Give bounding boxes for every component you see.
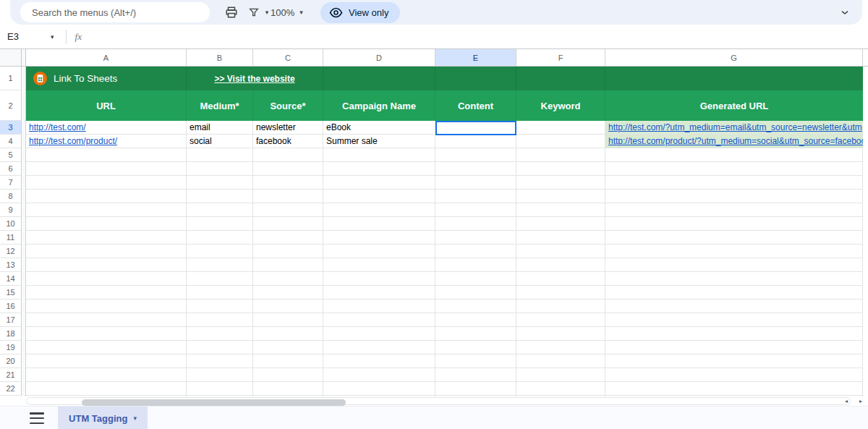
select-all-corner[interactable] bbox=[0, 49, 22, 67]
cell-f3-keyword[interactable] bbox=[516, 121, 605, 135]
fx-icon: fx bbox=[75, 31, 82, 43]
cell-d3-campaign[interactable]: eBook bbox=[323, 121, 435, 135]
header-source[interactable]: Source* bbox=[253, 90, 323, 121]
scrollbar-track[interactable] bbox=[26, 397, 851, 405]
hide-menus-chevron-icon[interactable] bbox=[835, 3, 855, 22]
table-row: http://test.com/product/ social facebook… bbox=[26, 135, 863, 148]
header-content[interactable]: Content bbox=[435, 90, 516, 121]
cell-g3-generated-url-link[interactable]: http://test.com/?utm_medium=email&utm_so… bbox=[605, 121, 863, 135]
row-header-12[interactable]: 12 bbox=[0, 245, 22, 258]
row-header-17[interactable]: 17 bbox=[0, 313, 22, 327]
row-header-9[interactable]: 9 bbox=[0, 203, 22, 217]
banner-title-cell[interactable]: Link To Sheets bbox=[26, 67, 187, 90]
header-campaign-name[interactable]: Campaign Name bbox=[323, 90, 435, 121]
row-header-8[interactable]: 8 bbox=[0, 190, 22, 203]
zoom-control[interactable]: 100% ▾ bbox=[271, 0, 303, 25]
cell-a4-url-link[interactable]: http://test.com/product/ bbox=[26, 135, 187, 148]
row-header-22[interactable]: 22 bbox=[0, 382, 22, 396]
column-header-d[interactable]: D bbox=[323, 49, 435, 67]
row-header-20[interactable]: 20 bbox=[0, 354, 22, 368]
header-medium[interactable]: Medium* bbox=[187, 90, 253, 121]
banner-empty-cells bbox=[323, 67, 863, 90]
search-input[interactable] bbox=[20, 2, 210, 22]
zoom-value: 100% bbox=[271, 7, 294, 18]
column-header-f[interactable]: F bbox=[516, 49, 605, 67]
name-box[interactable]: E3 bbox=[7, 31, 49, 42]
row-header-rail: 12345678910111213141516171819202122 bbox=[0, 67, 22, 396]
scroll-left-arrow-icon[interactable]: ◂ bbox=[842, 397, 851, 405]
grid-body: Link To Sheets >> Visit the website URL … bbox=[26, 67, 863, 396]
link-to-sheets-logo-icon bbox=[33, 72, 47, 85]
row-header-11[interactable]: 11 bbox=[0, 231, 22, 245]
header-generated-url[interactable]: Generated URL bbox=[605, 90, 863, 121]
row-header-5[interactable]: 5 bbox=[0, 148, 22, 162]
formula-bar: E3 ▾ fx bbox=[0, 25, 868, 49]
column-header-e[interactable]: E bbox=[435, 49, 516, 67]
table-header-row: URL Medium* Source* Campaign Name Conten… bbox=[26, 90, 863, 121]
zoom-caret-icon: ▾ bbox=[299, 9, 303, 16]
print-icon[interactable] bbox=[221, 0, 242, 25]
sheet-bar: UTM Tagging ▾ + bbox=[0, 406, 868, 429]
row-header-1[interactable]: 1 bbox=[0, 67, 22, 90]
sheet-tab-label: UTM Tagging bbox=[69, 413, 127, 424]
banner-row: Link To Sheets >> Visit the website bbox=[26, 67, 863, 90]
toolbar: ▾ 100% ▾ View only bbox=[10, 0, 862, 25]
header-url[interactable]: URL bbox=[26, 90, 187, 121]
spreadsheet-app: ▾ 100% ▾ View only E3 ▾ fx A B C bbox=[0, 0, 868, 429]
cell-c3-source[interactable]: newsletter bbox=[253, 121, 323, 135]
cell-f4-keyword[interactable] bbox=[516, 135, 605, 148]
row-header-19[interactable]: 19 bbox=[0, 341, 22, 354]
row-header-16[interactable]: 16 bbox=[0, 300, 22, 313]
view-only-label: View only bbox=[349, 7, 388, 18]
cell-c4-source[interactable]: facebook bbox=[253, 135, 323, 148]
cell-a3-url-link[interactable]: http://test.com/ bbox=[26, 121, 187, 135]
column-header-b[interactable]: B bbox=[187, 49, 253, 67]
name-box-caret-icon[interactable]: ▾ bbox=[51, 33, 54, 41]
column-header-row: A B C D E F G bbox=[0, 49, 868, 67]
row-header-6[interactable]: 6 bbox=[0, 162, 22, 176]
active-cell-selection[interactable] bbox=[435, 121, 516, 135]
scrollbar-thumb[interactable] bbox=[82, 399, 346, 406]
cell-g4-generated-url-link[interactable]: http://test.com/product/?utm_medium=soci… bbox=[605, 135, 863, 148]
row-header-18[interactable]: 18 bbox=[0, 327, 22, 341]
row-header-10[interactable]: 10 bbox=[0, 217, 22, 231]
header-keyword[interactable]: Keyword bbox=[516, 90, 605, 121]
visit-website-link[interactable]: >> Visit the website bbox=[214, 74, 294, 84]
banner-link-cell: >> Visit the website bbox=[187, 67, 323, 90]
sheet-tab-caret-icon: ▾ bbox=[133, 415, 137, 422]
column-header-a[interactable]: A bbox=[26, 49, 187, 67]
cell-d4-campaign[interactable]: Summer sale bbox=[323, 135, 435, 148]
row-header-21[interactable]: 21 bbox=[0, 368, 22, 382]
filter-icon[interactable] bbox=[246, 0, 262, 25]
row-header-13[interactable]: 13 bbox=[0, 258, 22, 272]
cell-b4-medium[interactable]: social bbox=[187, 135, 253, 148]
sheet-tab-utm-tagging[interactable]: UTM Tagging ▾ bbox=[58, 407, 148, 429]
view-only-chip[interactable]: View only bbox=[320, 2, 400, 23]
row-header-3[interactable]: 3 bbox=[0, 121, 22, 135]
formula-bar-divider bbox=[66, 30, 67, 44]
column-header-filler bbox=[863, 49, 868, 67]
horizontal-scrollbar: ◂ ▸ bbox=[26, 396, 868, 406]
cell-b3-medium[interactable]: email bbox=[187, 121, 253, 135]
empty-grid-area[interactable] bbox=[26, 121, 863, 396]
column-header-g[interactable]: G bbox=[605, 49, 863, 67]
row-header-7[interactable]: 7 bbox=[0, 176, 22, 190]
all-sheets-menu-icon[interactable] bbox=[30, 412, 44, 424]
scroll-right-arrow-icon[interactable]: ▸ bbox=[856, 397, 865, 405]
row-header-15[interactable]: 15 bbox=[0, 286, 22, 300]
eye-icon bbox=[329, 6, 343, 20]
row-header-14[interactable]: 14 bbox=[0, 272, 22, 286]
row-header-2[interactable]: 2 bbox=[0, 90, 22, 121]
row-header-4[interactable]: 4 bbox=[0, 135, 22, 148]
banner-title: Link To Sheets bbox=[54, 73, 117, 84]
cell-e4-content[interactable] bbox=[435, 135, 516, 148]
column-header-c[interactable]: C bbox=[253, 49, 323, 67]
